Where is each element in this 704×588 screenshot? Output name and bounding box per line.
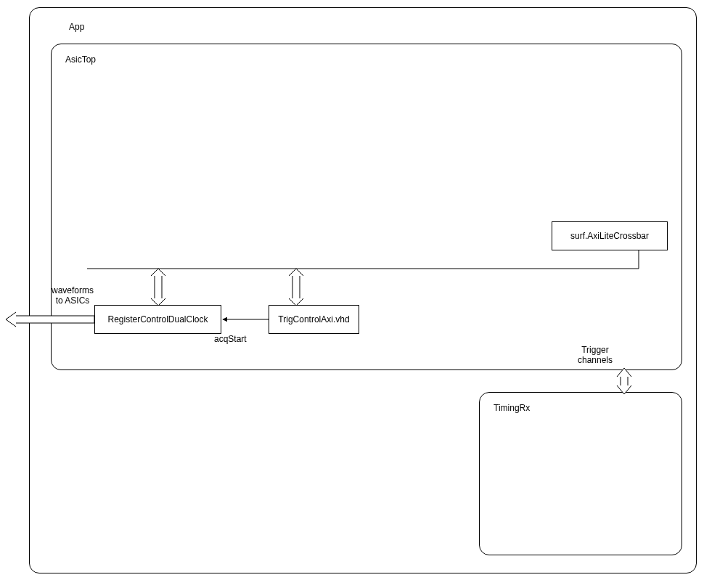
triggerchannels-label: Trigger channels	[573, 345, 617, 366]
waveforms-label: waveforms to ASICs	[44, 285, 102, 306]
asictop-title: AsicTop	[65, 54, 96, 65]
crossbar-label: surf.AxiLiteCrossbar	[570, 231, 649, 241]
crossbar-block: surf.AxiLiteCrossbar	[552, 221, 668, 250]
trigctrl-block: TrigControlAxi.vhd	[269, 305, 359, 334]
regctrl-block: RegisterControlDualClock	[94, 305, 221, 334]
trigctrl-label: TrigControlAxi.vhd	[278, 314, 349, 324]
regctrl-label: RegisterControlDualClock	[107, 314, 208, 324]
timingrx-title: TimingRx	[494, 403, 530, 413]
app-title: App	[69, 22, 84, 32]
timingrx-container	[479, 392, 682, 555]
acqstart-label: acqStart	[214, 334, 247, 344]
diagram-stage: App AsicTop surf.AxiLiteCrossbar Registe…	[0, 0, 704, 588]
